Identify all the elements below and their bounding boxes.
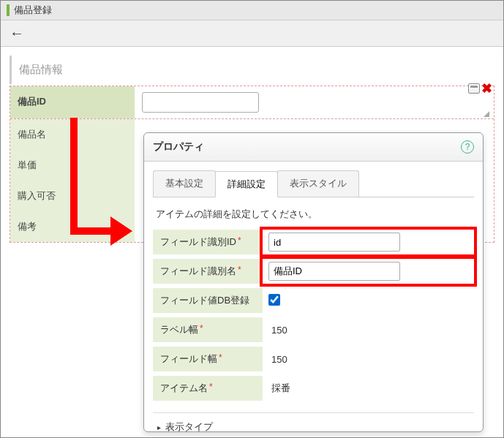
tab-detail[interactable]: 詳細設定 (215, 171, 278, 197)
label-width-value: 150 (268, 325, 287, 336)
page-title: 備品登録 (14, 4, 52, 17)
row-label-remarks: 備考 (10, 211, 135, 242)
form-row-purchasable[interactable]: 購入可否 (10, 181, 135, 211)
db-reg-checkbox[interactable] (268, 294, 280, 306)
back-arrow-icon[interactable]: ← (10, 25, 24, 42)
side-labels: 備品名 単価 購入可否 備考 (10, 119, 135, 242)
row-label-purchasable: 購入可否 (10, 181, 135, 211)
field-width-value: 150 (268, 354, 287, 365)
required-mark: * (209, 382, 213, 392)
prop-row-field-id: フィールド識別ID* (153, 230, 474, 254)
required-mark: * (219, 352, 222, 363)
field-name-input[interactable] (268, 262, 400, 281)
accordion-display-type-label: 表示タイプ (165, 420, 213, 434)
prop-row-item-name: アイテム名* 採番 (153, 376, 474, 401)
form-row-price[interactable]: 単価 (10, 150, 135, 181)
prop-row-db-reg: フィールド値DB登録 (153, 288, 474, 313)
prop-label-field-name: フィールド識別名* (153, 259, 263, 284)
prop-field-field-name (263, 259, 474, 284)
prop-label-label-width-text: ラベル幅 (160, 324, 198, 335)
form-row-remarks[interactable]: 備考 (10, 211, 135, 242)
accordion-display-type[interactable]: ▸ 表示タイプ (153, 412, 474, 438)
prop-row-field-name: フィールド識別名* (153, 259, 474, 284)
prop-label-field-id-text: フィールド識別ID (160, 236, 236, 247)
id-input[interactable] (142, 92, 259, 113)
prop-field-field-id (263, 230, 474, 254)
required-mark: * (200, 323, 203, 333)
triangle-right-icon: ▸ (157, 423, 161, 431)
header-accent (7, 4, 10, 16)
row-label-name: 備品名 (10, 119, 135, 150)
prop-field-field-width: 150 (263, 351, 474, 368)
tab-basic[interactable]: 基本設定 (153, 170, 216, 197)
prop-label-item-name-text: アイテム名 (160, 382, 208, 393)
field-id-input[interactable] (268, 233, 400, 252)
prop-row-field-width: フィールド幅* 150 (153, 347, 474, 371)
prop-label-field-id: フィールド識別ID* (153, 230, 263, 254)
property-panel: プロパティ ? 基本設定 詳細設定 表示スタイル アイテムの詳細を設定してくださ… (143, 132, 484, 432)
panel-body: 基本設定 詳細設定 表示スタイル アイテムの詳細を設定してください。 フィールド… (144, 162, 483, 438)
prop-label-db-reg: フィールド値DB登録 (153, 288, 263, 313)
prop-label-field-name-text: フィールド識別名 (160, 265, 236, 276)
prop-field-item-name: 採番 (263, 379, 474, 398)
prop-row-label-width: ラベル幅* 150 (153, 317, 474, 342)
prop-label-item-name: アイテム名* (153, 376, 263, 401)
row-field-id (135, 86, 494, 118)
prop-field-db-reg (263, 291, 474, 311)
resize-handle-icon[interactable] (482, 110, 489, 117)
tab-description: アイテムの詳細を設定してください。 (153, 197, 474, 230)
panel-title: プロパティ (153, 140, 204, 154)
prop-label-label-width: ラベル幅* (153, 317, 263, 342)
toolbar: ← (1, 20, 503, 47)
tab-style[interactable]: 表示スタイル (277, 170, 359, 197)
section-title: 備品情報 (10, 56, 494, 84)
form-row-id[interactable]: 備品ID (10, 86, 494, 119)
row-label-price: 単価 (10, 150, 135, 181)
prop-label-field-width: フィールド幅* (153, 347, 263, 371)
panel-header: プロパティ ? (144, 133, 483, 162)
prop-field-label-width: 150 (263, 322, 474, 339)
prop-label-field-width-text: フィールド幅 (160, 353, 217, 364)
app-header: 備品登録 (1, 1, 503, 20)
help-icon[interactable]: ? (461, 140, 474, 154)
required-mark: * (238, 235, 241, 246)
row-label-id: 備品ID (10, 86, 135, 118)
required-mark: * (238, 265, 241, 275)
tab-bar: 基本設定 詳細設定 表示スタイル (153, 170, 474, 197)
form-row-name[interactable]: 備品名 (10, 119, 135, 150)
item-name-value: 採番 (268, 382, 290, 393)
